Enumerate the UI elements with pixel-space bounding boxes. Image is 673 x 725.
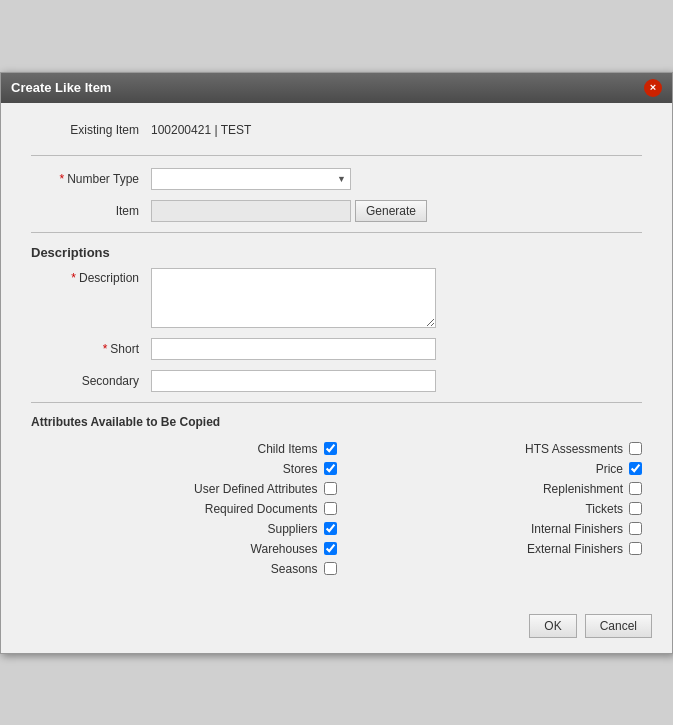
short-input[interactable] — [151, 338, 436, 360]
number-type-select-wrapper — [151, 168, 351, 190]
cancel-button[interactable]: Cancel — [585, 614, 652, 638]
description-label: *Description — [31, 268, 151, 285]
attr-checkbox-hts-assessments[interactable] — [629, 442, 642, 455]
attributes-grid: Child Items Stores User Defined Attribut… — [31, 439, 642, 579]
attr-checkbox-warehouses[interactable] — [324, 542, 337, 555]
attr-label-internal-finishers: Internal Finishers — [531, 522, 623, 536]
attr-label-tickets: Tickets — [585, 502, 623, 516]
attr-checkbox-tickets[interactable] — [629, 502, 642, 515]
attr-label-warehouses: Warehouses — [251, 542, 318, 556]
existing-item-value: 100200421 | TEST — [151, 123, 251, 137]
close-button[interactable]: × — [644, 79, 662, 97]
attributes-section-title: Attributes Available to Be Copied — [31, 415, 642, 429]
attr-label-user-defined-attributes: User Defined Attributes — [194, 482, 317, 496]
attr-row-price: Price — [337, 459, 643, 479]
item-row: Item Generate — [31, 200, 642, 222]
description-textarea[interactable] — [151, 268, 436, 328]
attr-label-hts-assessments: HTS Assessments — [525, 442, 623, 456]
existing-item-row: Existing Item 100200421 | TEST — [31, 123, 642, 137]
dialog-titlebar: Create Like Item × — [1, 73, 672, 103]
attr-checkbox-external-finishers[interactable] — [629, 542, 642, 555]
required-star-description: * — [71, 271, 76, 285]
attr-checkbox-child-items[interactable] — [324, 442, 337, 455]
attr-checkbox-seasons[interactable] — [324, 562, 337, 575]
generate-button[interactable]: Generate — [355, 200, 427, 222]
attr-checkbox-user-defined-attributes[interactable] — [324, 482, 337, 495]
attr-row-internal-finishers: Internal Finishers — [337, 519, 643, 539]
attributes-section: Attributes Available to Be Copied Child … — [31, 415, 642, 579]
dialog-body: Existing Item 100200421 | TEST *Number T… — [1, 103, 672, 604]
attr-row-required-documents: Required Documents — [31, 499, 337, 519]
divider-3 — [31, 402, 642, 403]
attr-row-warehouses: Warehouses — [31, 539, 337, 559]
number-type-label: *Number Type — [31, 172, 151, 186]
attr-row-child-items: Child Items — [31, 439, 337, 459]
attr-label-stores: Stores — [283, 462, 318, 476]
attr-checkbox-required-documents[interactable] — [324, 502, 337, 515]
divider-2 — [31, 232, 642, 233]
attr-row-replenishment: Replenishment — [337, 479, 643, 499]
ok-button[interactable]: OK — [529, 614, 576, 638]
attr-checkbox-stores[interactable] — [324, 462, 337, 475]
dialog-footer: OK Cancel — [1, 604, 672, 653]
descriptions-section-header: Descriptions — [31, 245, 642, 260]
attributes-left-column: Child Items Stores User Defined Attribut… — [31, 439, 337, 579]
required-star-number-type: * — [60, 172, 65, 186]
attr-label-required-documents: Required Documents — [205, 502, 318, 516]
divider-1 — [31, 155, 642, 156]
attr-label-seasons: Seasons — [271, 562, 318, 576]
attr-label-suppliers: Suppliers — [267, 522, 317, 536]
attr-label-price: Price — [596, 462, 623, 476]
create-like-item-dialog: Create Like Item × Existing Item 1002004… — [0, 72, 673, 654]
attr-label-child-items: Child Items — [257, 442, 317, 456]
attr-row-tickets: Tickets — [337, 499, 643, 519]
attr-label-replenishment: Replenishment — [543, 482, 623, 496]
attr-checkbox-suppliers[interactable] — [324, 522, 337, 535]
attr-checkbox-internal-finishers[interactable] — [629, 522, 642, 535]
attr-checkbox-replenishment[interactable] — [629, 482, 642, 495]
required-star-short: * — [103, 342, 108, 356]
dialog-title: Create Like Item — [11, 80, 111, 95]
secondary-row: Secondary — [31, 370, 642, 392]
attr-checkbox-price[interactable] — [629, 462, 642, 475]
item-label: Item — [31, 204, 151, 218]
attr-row-suppliers: Suppliers — [31, 519, 337, 539]
attr-row-user-defined-attributes: User Defined Attributes — [31, 479, 337, 499]
attr-label-external-finishers: External Finishers — [527, 542, 623, 556]
attr-row-external-finishers: External Finishers — [337, 539, 643, 559]
number-type-select[interactable] — [151, 168, 351, 190]
attr-row-seasons: Seasons — [31, 559, 337, 579]
attr-row-stores: Stores — [31, 459, 337, 479]
short-row: *Short — [31, 338, 642, 360]
existing-item-label: Existing Item — [31, 123, 151, 137]
secondary-label: Secondary — [31, 374, 151, 388]
secondary-input[interactable] — [151, 370, 436, 392]
short-label: *Short — [31, 342, 151, 356]
number-type-row: *Number Type — [31, 168, 642, 190]
attr-row-hts-assessments: HTS Assessments — [337, 439, 643, 459]
item-input[interactable] — [151, 200, 351, 222]
attributes-right-column: HTS Assessments Price Replenishment — [337, 439, 643, 579]
description-row: *Description — [31, 268, 642, 328]
